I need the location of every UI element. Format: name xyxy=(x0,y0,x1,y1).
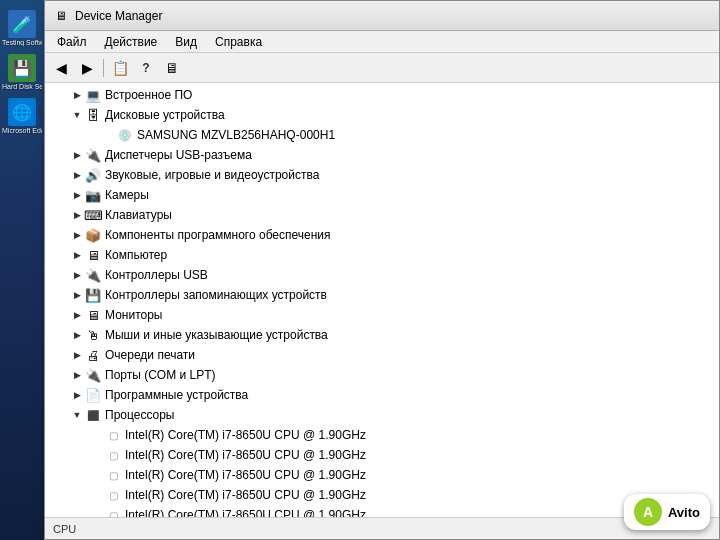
expand-arrow-cpu3 xyxy=(89,487,105,503)
expand-arrow-ports[interactable] xyxy=(69,367,85,383)
list-item[interactable]: ▢ Intel(R) Core(TM) i7-8650U CPU @ 1.90G… xyxy=(45,485,719,505)
desktop-icon-testing[interactable]: 🧪 Testing Software xyxy=(4,10,40,46)
list-item[interactable]: 📄 Программные устройства xyxy=(45,385,719,405)
list-item[interactable]: 💾 Контроллеры запоминающих устройств xyxy=(45,285,719,305)
avito-logo: A xyxy=(634,498,662,526)
menu-help[interactable]: Справка xyxy=(207,33,270,51)
list-item[interactable]: ⬛ Процессоры xyxy=(45,405,719,425)
list-item[interactable]: ▢ Intel(R) Core(TM) i7-8650U CPU @ 1.90G… xyxy=(45,505,719,517)
audio-label: Звуковые, игровые и видеоустройства xyxy=(105,168,319,182)
avito-label: Avito xyxy=(668,505,700,520)
window-icon: 🖥 xyxy=(53,8,69,24)
keyboard-label: Клавиатуры xyxy=(105,208,172,222)
cpu4-icon: ▢ xyxy=(105,507,121,517)
expand-arrow-monitors[interactable] xyxy=(69,307,85,323)
harddisk-icon: 💾 xyxy=(8,54,36,82)
expand-arrow-disk[interactable] xyxy=(69,107,85,123)
list-item[interactable]: 🖥 Компьютер xyxy=(45,245,719,265)
harddisk-label: Hard Disk Sentinel xyxy=(2,83,42,90)
expand-arrow-programs[interactable] xyxy=(69,387,85,403)
storage-icon: 💾 xyxy=(85,287,101,303)
list-item[interactable]: 🔌 Контроллеры USB xyxy=(45,265,719,285)
processors-icon: ⬛ xyxy=(85,407,101,423)
list-item[interactable]: 🔊 Звуковые, игровые и видеоустройства xyxy=(45,165,719,185)
list-item[interactable]: 🗄 Дисковые устройства xyxy=(45,105,719,125)
samsung-label: SAMSUNG MZVLB256HAHQ-000H1 xyxy=(137,128,335,142)
back-button[interactable]: ◀ xyxy=(49,57,73,79)
edge-icon: 🌐 xyxy=(8,98,36,126)
menu-action[interactable]: Действие xyxy=(97,33,166,51)
builtin-label: Встроенное ПО xyxy=(105,88,192,102)
device-manager-window: 🖥 Device Manager Файл Действие Вид Справ… xyxy=(44,0,720,540)
expand-arrow-mice[interactable] xyxy=(69,327,85,343)
samsung-icon: 💿 xyxy=(117,127,133,143)
software-label: Компоненты программного обеспечения xyxy=(105,228,331,242)
usbctrl-label: Контроллеры USB xyxy=(105,268,208,282)
list-item[interactable]: 💻 Встроенное ПО xyxy=(45,85,719,105)
expand-arrow-storage[interactable] xyxy=(69,287,85,303)
cpu4-label: Intel(R) Core(TM) i7-8650U CPU @ 1.90GHz xyxy=(125,508,366,517)
camera-icon: 📷 xyxy=(85,187,101,203)
usbctrl-icon: 🔌 xyxy=(85,267,101,283)
avito-badge: A Avito xyxy=(624,494,710,530)
computer-icon: 🖥 xyxy=(85,247,101,263)
expand-arrow-computer[interactable] xyxy=(69,247,85,263)
desktop-sidebar: 🧪 Testing Software 💾 Hard Disk Sentinel … xyxy=(0,0,44,540)
camera-label: Камеры xyxy=(105,188,149,202)
disk-label: Дисковые устройства xyxy=(105,108,225,122)
toolbar-sep1 xyxy=(103,59,104,77)
expand-arrow-camera[interactable] xyxy=(69,187,85,203)
cpu2-icon: ▢ xyxy=(105,467,121,483)
builtin-icon: 💻 xyxy=(85,87,101,103)
list-item[interactable]: 🖨 Очереди печати xyxy=(45,345,719,365)
monitors-icon: 🖥 xyxy=(85,307,101,323)
testing-label: Testing Software xyxy=(2,39,42,46)
expand-arrow-audio[interactable] xyxy=(69,167,85,183)
device-tree[interactable]: 💻 Встроенное ПО 🗄 Дисковые устройства 💿 … xyxy=(45,83,719,517)
menu-view[interactable]: Вид xyxy=(167,33,205,51)
list-item[interactable]: ⌨ Клавиатуры xyxy=(45,205,719,225)
disk-icon: 🗄 xyxy=(85,107,101,123)
programs-icon: 📄 xyxy=(85,387,101,403)
properties-button[interactable]: 📋 xyxy=(108,57,132,79)
computer-button[interactable]: 🖥 xyxy=(160,57,184,79)
usbhub-label: Диспетчеры USB-разъема xyxy=(105,148,252,162)
expand-arrow-processors[interactable] xyxy=(69,407,85,423)
list-item[interactable]: ▢ Intel(R) Core(TM) i7-8650U CPU @ 1.90G… xyxy=(45,445,719,465)
cpu0-icon: ▢ xyxy=(105,427,121,443)
printqueue-label: Очереди печати xyxy=(105,348,195,362)
desktop-icon-edge[interactable]: 🌐 Microsoft Edge xyxy=(4,98,40,134)
toolbar: ◀ ▶ 📋 ? 🖥 xyxy=(45,53,719,83)
software-icon: 📦 xyxy=(85,227,101,243)
list-item[interactable]: 🖱 Мыши и иные указывающие устройства xyxy=(45,325,719,345)
list-item[interactable]: 📦 Компоненты программного обеспечения xyxy=(45,225,719,245)
expand-arrow-cpu4 xyxy=(89,507,105,517)
expand-arrow-usbhub[interactable] xyxy=(69,147,85,163)
list-item[interactable]: 🖥 Мониторы xyxy=(45,305,719,325)
expand-arrow-printqueue[interactable] xyxy=(69,347,85,363)
expand-arrow-cpu0 xyxy=(89,427,105,443)
list-item[interactable]: 💿 SAMSUNG MZVLB256HAHQ-000H1 xyxy=(45,125,719,145)
cpu3-label: Intel(R) Core(TM) i7-8650U CPU @ 1.90GHz xyxy=(125,488,366,502)
forward-button[interactable]: ▶ xyxy=(75,57,99,79)
desktop-icon-harddisk[interactable]: 💾 Hard Disk Sentinel xyxy=(4,54,40,90)
edge-label: Microsoft Edge xyxy=(2,127,42,134)
expand-arrow-builtin[interactable] xyxy=(69,87,85,103)
expand-arrow-usbctrl[interactable] xyxy=(69,267,85,283)
list-item[interactable]: ▢ Intel(R) Core(TM) i7-8650U CPU @ 1.90G… xyxy=(45,425,719,445)
expand-arrow-software[interactable] xyxy=(69,227,85,243)
list-item[interactable]: 🔌 Диспетчеры USB-разъема xyxy=(45,145,719,165)
list-item[interactable]: 🔌 Порты (COM и LPT) xyxy=(45,365,719,385)
programs-label: Программные устройства xyxy=(105,388,248,402)
menu-bar: Файл Действие Вид Справка xyxy=(45,31,719,53)
help-button[interactable]: ? xyxy=(134,57,158,79)
cpu2-label: Intel(R) Core(TM) i7-8650U CPU @ 1.90GHz xyxy=(125,468,366,482)
usbhub-icon: 🔌 xyxy=(85,147,101,163)
menu-file[interactable]: Файл xyxy=(49,33,95,51)
list-item[interactable]: ▢ Intel(R) Core(TM) i7-8650U CPU @ 1.90G… xyxy=(45,465,719,485)
cpu1-icon: ▢ xyxy=(105,447,121,463)
window-title: Device Manager xyxy=(75,9,162,23)
expand-arrow-samsung xyxy=(101,127,117,143)
keyboard-icon: ⌨ xyxy=(85,207,101,223)
list-item[interactable]: 📷 Камеры xyxy=(45,185,719,205)
